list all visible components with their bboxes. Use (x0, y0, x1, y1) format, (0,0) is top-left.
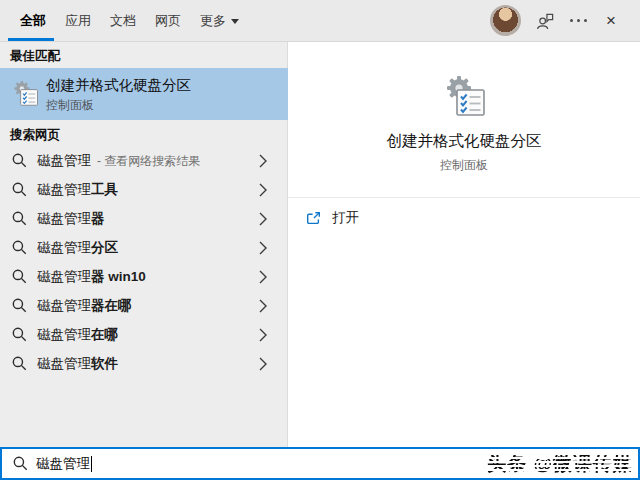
watermark-text: 头条 @微课传媒 (487, 451, 633, 477)
tab-more[interactable]: 更多 (200, 12, 239, 30)
suggestion-completion: 在哪 (91, 327, 118, 342)
search-query-text: 磁盘管理 (36, 455, 90, 473)
best-match-header: 最佳匹配 (10, 48, 60, 65)
open-action[interactable]: 打开 (306, 209, 359, 227)
suggestion-query: 磁盘管理 (37, 356, 91, 371)
feedback-icon[interactable] (536, 12, 555, 31)
tab-apps[interactable]: 应用 (65, 12, 91, 30)
web-suggestion-1[interactable]: 磁盘管理- 查看网络搜索结果 (0, 146, 288, 175)
chevron-down-icon (231, 19, 239, 24)
tab-web[interactable]: 网页 (155, 12, 181, 30)
search-icon (12, 211, 27, 226)
preview-subtitle: 控制面板 (288, 157, 640, 174)
best-match-subtitle: 控制面板 (46, 97, 191, 113)
text-cursor (91, 456, 92, 472)
close-icon[interactable]: × (606, 9, 616, 33)
suggestion-query: 磁盘管理 (37, 240, 91, 255)
tab-all[interactable]: 全部 (20, 12, 46, 30)
web-suggestion-list: 磁盘管理- 查看网络搜索结果 磁盘管理工具 磁盘管理器 磁盘管理分区 磁盘管理器… (0, 146, 288, 378)
disk-management-icon-large (440, 73, 488, 121)
chevron-right-icon[interactable] (259, 270, 267, 284)
chevron-right-icon[interactable] (259, 241, 267, 255)
search-icon (12, 153, 27, 168)
web-search-header: 搜索网页 (10, 127, 60, 144)
web-suggestion-8[interactable]: 磁盘管理软件 (0, 349, 288, 378)
search-icon (12, 182, 27, 197)
best-match-item[interactable]: 创建并格式化硬盘分区 控制面板 (0, 68, 288, 120)
results-panel: 最佳匹配 创建并格式化硬盘分区 控制面板 搜索网页 磁盘管理- 查看网络搜索结果… (0, 42, 288, 447)
suggestion-completion: 器 win10 (91, 269, 146, 284)
suggestion-query: 磁盘管理 (37, 269, 91, 284)
search-icon (12, 240, 27, 255)
suggestion-query: 磁盘管理 (37, 327, 91, 342)
chevron-right-icon[interactable] (259, 299, 267, 313)
suggestion-completion: 分区 (91, 240, 118, 255)
user-avatar[interactable] (490, 5, 521, 36)
chevron-right-icon[interactable] (259, 212, 267, 226)
open-label: 打开 (332, 209, 359, 227)
tab-documents[interactable]: 文档 (110, 12, 136, 30)
search-input[interactable]: 磁盘管理 头条 @微课传媒 (0, 447, 640, 480)
preview-title: 创建并格式化硬盘分区 (288, 131, 640, 152)
suggestion-query: 磁盘管理 (37, 298, 91, 313)
web-suggestion-7[interactable]: 磁盘管理在哪 (0, 320, 288, 349)
search-icon (12, 327, 27, 342)
chevron-right-icon[interactable] (259, 183, 267, 197)
preview-panel: 创建并格式化硬盘分区 控制面板 打开 (288, 42, 640, 447)
more-options-icon[interactable] (570, 19, 587, 22)
suggestion-query: 磁盘管理 (37, 153, 91, 168)
preview-divider (288, 197, 640, 198)
web-suggestion-3[interactable]: 磁盘管理器 (0, 204, 288, 233)
search-tab-bar: 全部 应用 文档 网页 更多 × (0, 0, 640, 42)
suggestion-query: 磁盘管理 (37, 211, 91, 226)
chevron-right-icon[interactable] (259, 328, 267, 342)
open-external-icon (306, 211, 321, 226)
suggestion-completion: 工具 (91, 182, 118, 197)
best-match-title: 创建并格式化硬盘分区 (46, 76, 191, 95)
tab-more-label: 更多 (200, 12, 226, 30)
suggestion-query: 磁盘管理 (37, 182, 91, 197)
search-icon (13, 456, 28, 471)
chevron-right-icon[interactable] (259, 357, 267, 371)
web-suggestion-6[interactable]: 磁盘管理器在哪 (0, 291, 288, 320)
suggestion-completion: 软件 (91, 356, 118, 371)
search-icon (12, 269, 27, 284)
suggestion-note: - 查看网络搜索结果 (97, 154, 200, 168)
search-icon (12, 356, 27, 371)
suggestion-completion: 器 (91, 211, 105, 226)
search-icon (12, 298, 27, 313)
web-suggestion-4[interactable]: 磁盘管理分区 (0, 233, 288, 262)
selected-tab-indicator (8, 38, 54, 41)
web-suggestion-2[interactable]: 磁盘管理工具 (0, 175, 288, 204)
disk-management-icon (10, 79, 40, 109)
suggestion-completion: 器在哪 (91, 298, 132, 313)
web-suggestion-5[interactable]: 磁盘管理器 win10 (0, 262, 288, 291)
chevron-right-icon[interactable] (259, 154, 267, 168)
